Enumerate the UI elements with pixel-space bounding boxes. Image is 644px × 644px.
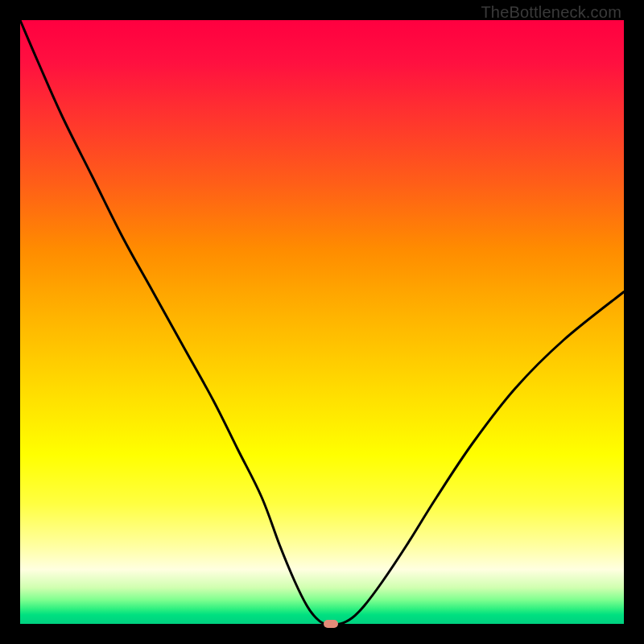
chart-frame: TheBottleneck.com xyxy=(0,0,644,644)
minimum-marker xyxy=(324,620,338,628)
watermark-text: TheBottleneck.com xyxy=(481,3,621,22)
bottleneck-curve xyxy=(20,20,624,624)
plot-area xyxy=(20,20,624,624)
